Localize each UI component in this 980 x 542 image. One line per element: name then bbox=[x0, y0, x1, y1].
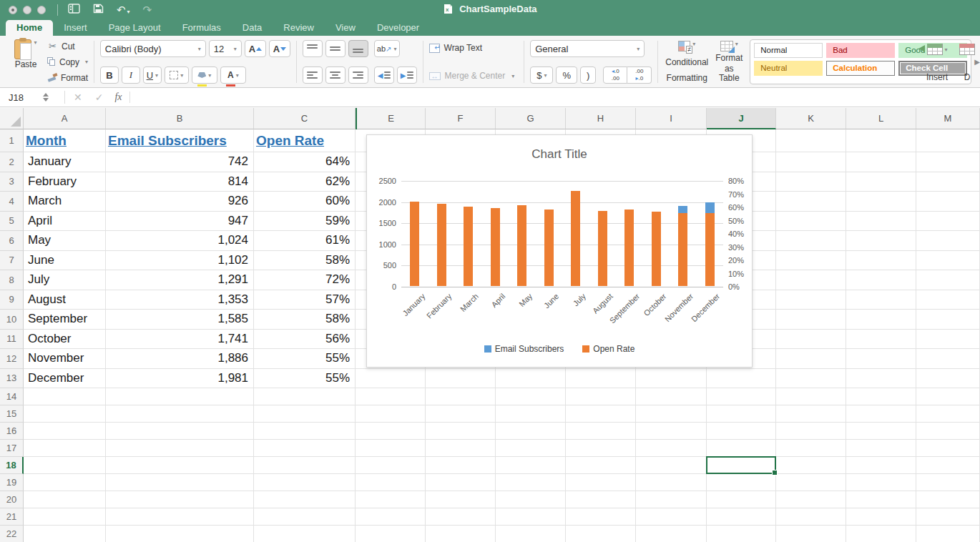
align-right-button[interactable] bbox=[348, 66, 368, 84]
cell-L7[interactable] bbox=[846, 251, 916, 271]
cell-L3[interactable] bbox=[846, 172, 916, 192]
align-middle-button[interactable] bbox=[325, 40, 346, 57]
cell-J14[interactable] bbox=[707, 388, 776, 405]
cell-A6[interactable]: May bbox=[24, 231, 106, 251]
cell-I14[interactable] bbox=[636, 388, 707, 405]
column-header-L[interactable]: L bbox=[846, 108, 916, 129]
cell-A14[interactable] bbox=[24, 388, 106, 405]
cell-B17[interactable] bbox=[106, 440, 254, 457]
decrease-indent-button[interactable]: ◀ bbox=[374, 66, 394, 84]
grow-font-button[interactable]: A bbox=[245, 40, 266, 57]
cell-E21[interactable] bbox=[357, 508, 426, 526]
cell-style-calculation[interactable]: Calculation bbox=[826, 61, 895, 76]
underline-button[interactable]: U▾ bbox=[143, 66, 162, 84]
cell-K13[interactable] bbox=[776, 369, 846, 389]
row-header-20[interactable]: 20 bbox=[0, 491, 24, 508]
cell-C10[interactable]: 58% bbox=[254, 310, 356, 330]
cell-C6[interactable]: 61% bbox=[254, 231, 356, 251]
row-header-8[interactable]: 8 bbox=[0, 270, 24, 290]
cell-F18[interactable] bbox=[426, 457, 496, 474]
cell-L9[interactable] bbox=[846, 290, 916, 310]
cell-H16[interactable] bbox=[566, 423, 636, 440]
undo-button[interactable]: ↶▾ bbox=[117, 4, 130, 16]
column-header-M[interactable]: M bbox=[916, 108, 980, 129]
cell-H14[interactable] bbox=[566, 388, 636, 405]
fill-color-button[interactable]: ▾ bbox=[192, 66, 217, 84]
row-header-19[interactable]: 19 bbox=[0, 474, 24, 491]
cell-A19[interactable] bbox=[24, 474, 106, 491]
cell-I20[interactable] bbox=[636, 491, 707, 508]
row-header-17[interactable]: 17 bbox=[0, 440, 24, 457]
tab-data[interactable]: Data bbox=[232, 20, 273, 36]
cell-M7[interactable] bbox=[916, 251, 980, 271]
cell-K2[interactable] bbox=[776, 152, 846, 172]
cell-F17[interactable] bbox=[426, 440, 496, 457]
cell-E18[interactable] bbox=[357, 457, 426, 474]
cell-F15[interactable] bbox=[426, 405, 496, 423]
cell-G14[interactable] bbox=[496, 388, 566, 405]
cell-G20[interactable] bbox=[496, 491, 566, 508]
font-color-button[interactable]: A▾ bbox=[220, 66, 246, 84]
cell-I19[interactable] bbox=[636, 474, 707, 491]
cell-L4[interactable] bbox=[846, 192, 916, 212]
cell-M18[interactable] bbox=[916, 457, 980, 474]
cell-L2[interactable] bbox=[846, 152, 916, 172]
cell-G22[interactable] bbox=[496, 526, 566, 542]
row-header-3[interactable]: 3 bbox=[0, 172, 24, 192]
row-header-6[interactable]: 6 bbox=[0, 231, 24, 251]
cell-J13[interactable] bbox=[707, 369, 776, 389]
cell-K19[interactable] bbox=[776, 474, 846, 491]
cut-button[interactable]: ✂ Cut bbox=[47, 40, 88, 52]
enter-icon[interactable]: ✓ bbox=[95, 92, 104, 103]
row-header-7[interactable]: 7 bbox=[0, 251, 24, 271]
cell-style-normal[interactable]: Normal bbox=[754, 43, 823, 58]
cell-K11[interactable] bbox=[776, 330, 846, 350]
paste-button[interactable]: ▾ Paste bbox=[7, 39, 44, 84]
cell-A15[interactable] bbox=[24, 405, 106, 423]
tab-page-layout[interactable]: Page Layout bbox=[98, 20, 172, 36]
cell-C16[interactable] bbox=[254, 423, 356, 440]
column-header-J[interactable]: J bbox=[707, 108, 776, 129]
cell-G13[interactable] bbox=[496, 369, 566, 389]
cell-C15[interactable] bbox=[254, 405, 356, 423]
cell-C20[interactable] bbox=[254, 491, 356, 508]
cell-M1[interactable] bbox=[916, 129, 980, 152]
cell-E19[interactable] bbox=[357, 474, 426, 491]
cell-B8[interactable]: 1,291 bbox=[106, 270, 254, 290]
cell-K22[interactable] bbox=[776, 526, 846, 542]
cell-A20[interactable] bbox=[24, 491, 106, 508]
cell-J15[interactable] bbox=[707, 405, 776, 423]
cell-I15[interactable] bbox=[636, 405, 707, 423]
cell-I18[interactable] bbox=[636, 457, 707, 474]
column-header-B[interactable]: B bbox=[106, 108, 254, 129]
cell-B18[interactable] bbox=[106, 457, 254, 474]
cell-M21[interactable] bbox=[916, 508, 980, 526]
cell-A12[interactable]: November bbox=[24, 349, 106, 369]
cell-A16[interactable] bbox=[24, 423, 106, 440]
font-name-select[interactable]: Calibri (Body)▾ bbox=[100, 40, 206, 57]
cell-G15[interactable] bbox=[496, 405, 566, 423]
cell-C22[interactable] bbox=[254, 526, 356, 542]
column-header-I[interactable]: I bbox=[636, 108, 707, 129]
cell-M17[interactable] bbox=[916, 440, 980, 457]
cell-L15[interactable] bbox=[846, 405, 916, 423]
cell-K15[interactable] bbox=[776, 405, 846, 423]
save-icon[interactable] bbox=[93, 4, 104, 16]
toggle-sidebar-icon[interactable] bbox=[68, 4, 80, 16]
cell-M20[interactable] bbox=[916, 491, 980, 508]
merge-center-button[interactable]: ↔ Merge & Center▾ bbox=[429, 69, 519, 83]
cell-C8[interactable]: 72% bbox=[254, 270, 356, 290]
cell-C19[interactable] bbox=[254, 474, 356, 491]
cell-B12[interactable]: 1,886 bbox=[106, 349, 254, 369]
cell-G21[interactable] bbox=[496, 508, 566, 526]
cell-I22[interactable] bbox=[636, 526, 707, 542]
cell-B11[interactable]: 1,741 bbox=[106, 330, 254, 350]
cell-L11[interactable] bbox=[846, 330, 916, 350]
row-header-5[interactable]: 5 bbox=[0, 212, 24, 232]
cell-K8[interactable] bbox=[776, 270, 846, 290]
cell-A8[interactable]: July bbox=[24, 270, 106, 290]
cell-J21[interactable] bbox=[707, 508, 776, 526]
cell-H20[interactable] bbox=[566, 491, 636, 508]
cell-B6[interactable]: 1,024 bbox=[106, 231, 254, 251]
cell-B5[interactable]: 947 bbox=[106, 212, 254, 232]
